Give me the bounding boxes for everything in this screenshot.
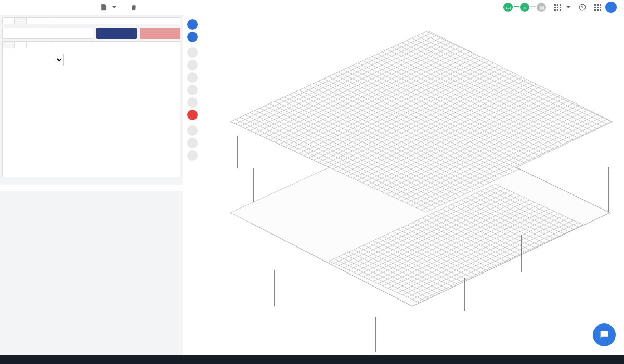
status-footer (0, 355, 624, 364)
stage-solve-icon: ⌕ (520, 3, 529, 12)
structural-type-select[interactable] (8, 54, 64, 66)
main-tabs (2, 17, 180, 24)
stage-connector (530, 6, 536, 7)
elements-list-title (0, 177, 183, 185)
help-button[interactable]: ? (575, 2, 590, 13)
chat-icon (599, 329, 610, 341)
elements-table-body (0, 191, 183, 355)
add-button[interactable] (96, 28, 137, 39)
apps-grid-icon (594, 4, 601, 11)
sub-tabs (2, 41, 180, 48)
svg-line-151 (486, 256, 624, 333)
tab-structural-element[interactable] (15, 18, 27, 24)
user-avatar[interactable] (605, 2, 617, 13)
workflow-stages: ▭ ⌕ ▤ (503, 3, 546, 12)
stage-design-icon: ▤ (537, 3, 546, 12)
subtab-structural-type[interactable] (3, 42, 15, 48)
svg-line-150 (480, 254, 624, 331)
model-viewport[interactable] (183, 15, 624, 355)
reset-design-button[interactable] (126, 2, 144, 13)
left-sidebar (0, 15, 183, 355)
file-icon (100, 4, 107, 11)
tab-project[interactable] (3, 18, 15, 24)
help-icon: ? (579, 4, 586, 11)
file-menu[interactable] (96, 2, 121, 13)
tab-load-combos[interactable] (27, 18, 38, 24)
subtab-body (2, 48, 180, 177)
subtab-optimize[interactable] (27, 42, 38, 48)
modify-button[interactable] (140, 28, 180, 39)
chevron-down-icon (566, 6, 570, 10)
tab-rebar[interactable] (38, 18, 50, 24)
stage-solve[interactable]: ⌕ (520, 3, 529, 12)
element-create-row (0, 24, 183, 41)
stage-model[interactable]: ▭ (503, 3, 513, 12)
elements-table-header (0, 185, 183, 191)
apps-grid-icon (554, 4, 561, 11)
svg-text:?: ? (581, 5, 583, 9)
apps-button[interactable] (590, 2, 605, 13)
chat-fab[interactable] (593, 323, 616, 346)
stage-connector (514, 6, 519, 7)
element-name-input[interactable] (2, 28, 93, 39)
stage-design[interactable]: ▤ (537, 3, 546, 12)
addons-menu[interactable] (550, 2, 575, 13)
structural-mesh (183, 15, 624, 355)
stage-model-icon: ▭ (503, 3, 513, 12)
app-header: ▭ ⌕ ▤ ? (0, 0, 624, 15)
subtab-arrangement[interactable] (15, 42, 27, 48)
trash-icon (130, 4, 137, 11)
chevron-down-icon (112, 6, 116, 10)
subtab-materials-factors[interactable] (38, 42, 50, 48)
